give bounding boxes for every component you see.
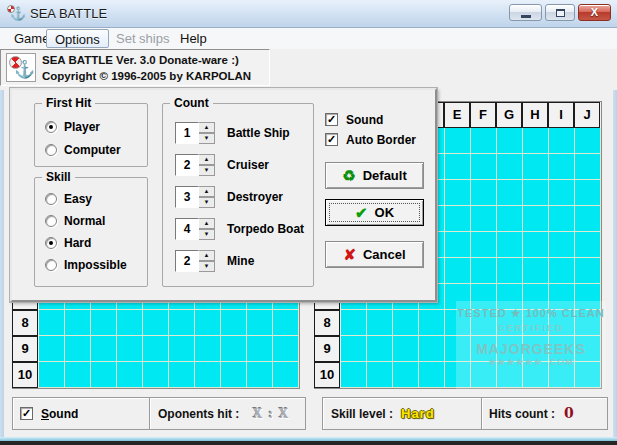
sound-checkbox[interactable]: ✓ Sound [325, 112, 383, 127]
board-cell[interactable] [273, 310, 299, 336]
spin-up-button[interactable]: ▲ [199, 250, 215, 261]
close-button[interactable]: X [578, 4, 611, 21]
board-cell[interactable] [273, 362, 299, 388]
spin-down-button[interactable]: ▼ [199, 261, 215, 272]
board-cell[interactable] [65, 362, 91, 388]
board-cell[interactable] [445, 180, 471, 206]
radio-easy[interactable]: Easy [45, 191, 92, 207]
menu-options[interactable]: Options [46, 29, 109, 48]
board-cell[interactable] [549, 258, 575, 284]
spin-up-button[interactable]: ▲ [199, 122, 215, 133]
board-cell[interactable] [341, 362, 367, 388]
minimize-button[interactable] [509, 4, 542, 21]
board-cell[interactable] [575, 154, 601, 180]
spin-down-button[interactable]: ▼ [199, 133, 215, 144]
board-cell[interactable] [117, 362, 143, 388]
board-cell[interactable] [445, 128, 471, 154]
board-cell[interactable] [169, 362, 195, 388]
board-cell[interactable] [39, 362, 65, 388]
board-cell[interactable] [143, 310, 169, 336]
board-cell[interactable] [523, 154, 549, 180]
board-cell[interactable] [117, 310, 143, 336]
board-cell[interactable] [419, 336, 445, 362]
board-cell[interactable] [575, 128, 601, 154]
default-button[interactable]: ♻ Default [325, 162, 424, 189]
board-cell[interactable] [367, 310, 393, 336]
board-cell[interactable] [471, 180, 497, 206]
board-cell[interactable] [471, 206, 497, 232]
board-cell[interactable] [523, 232, 549, 258]
board-cell[interactable] [419, 310, 445, 336]
radio-player[interactable]: Player [45, 119, 100, 135]
titlebar[interactable]: ⚓ SEA BATTLE X [0, 0, 617, 28]
board-cell[interactable] [445, 206, 471, 232]
restore-button[interactable] [545, 4, 575, 21]
destroyer-count-input[interactable]: 3 [175, 186, 199, 208]
board-cell[interactable] [367, 336, 393, 362]
board-cell[interactable] [195, 310, 221, 336]
spin-up-button[interactable]: ▲ [199, 218, 215, 229]
board-cell[interactable] [143, 362, 169, 388]
radio-normal[interactable]: Normal [45, 213, 105, 229]
board-cell[interactable] [169, 336, 195, 362]
board-cell[interactable] [341, 336, 367, 362]
board-cell[interactable] [445, 232, 471, 258]
board-cell[interactable] [393, 336, 419, 362]
board-cell[interactable] [393, 310, 419, 336]
board-cell[interactable] [117, 336, 143, 362]
board-cell[interactable] [65, 336, 91, 362]
radio-computer[interactable]: Computer [45, 142, 121, 158]
board-cell[interactable] [497, 154, 523, 180]
board-cell[interactable] [523, 206, 549, 232]
board-cell[interactable] [247, 310, 273, 336]
board-cell[interactable] [65, 310, 91, 336]
battleship-count-input[interactable]: 1 [175, 122, 199, 144]
board-cell[interactable] [445, 154, 471, 180]
board-cell[interactable] [523, 128, 549, 154]
board-cell[interactable] [575, 180, 601, 206]
board-cell[interactable] [221, 310, 247, 336]
board-cell[interactable] [549, 154, 575, 180]
board-cell[interactable] [471, 232, 497, 258]
board-cell[interactable] [39, 336, 65, 362]
torpedo-boat-count-input[interactable]: 4 [175, 218, 199, 240]
board-cell[interactable] [273, 336, 299, 362]
board-cell[interactable] [575, 258, 601, 284]
sound-toggle[interactable]: ✓ Sound [20, 406, 78, 421]
spin-down-button[interactable]: ▼ [199, 165, 215, 176]
board-cell[interactable] [247, 362, 273, 388]
board-cell[interactable] [471, 154, 497, 180]
cruiser-count-input[interactable]: 2 [175, 154, 199, 176]
radio-hard[interactable]: Hard [45, 235, 91, 251]
board-cell[interactable] [367, 362, 393, 388]
board-cell[interactable] [91, 310, 117, 336]
board-cell[interactable] [497, 258, 523, 284]
board-cell[interactable] [393, 362, 419, 388]
board-cell[interactable] [497, 128, 523, 154]
board-cell[interactable] [143, 336, 169, 362]
board-cell[interactable] [221, 336, 247, 362]
board-cell[interactable] [549, 232, 575, 258]
board-cell[interactable] [497, 206, 523, 232]
board-cell[interactable] [549, 180, 575, 206]
board-cell[interactable] [549, 128, 575, 154]
auto-border-checkbox[interactable]: ✓ Auto Border [325, 132, 416, 147]
board-cell[interactable] [523, 180, 549, 206]
cancel-button[interactable]: ✘ Cancel [325, 241, 424, 268]
mine-count-input[interactable]: 2 [175, 250, 199, 272]
spin-down-button[interactable]: ▼ [199, 229, 215, 240]
board-cell[interactable] [497, 232, 523, 258]
board-cell[interactable] [195, 336, 221, 362]
board-cell[interactable] [39, 310, 65, 336]
board-cell[interactable] [549, 206, 575, 232]
board-cell[interactable] [575, 206, 601, 232]
spin-up-button[interactable]: ▲ [199, 154, 215, 165]
board-cell[interactable] [221, 362, 247, 388]
menu-set-ships[interactable]: Set ships [108, 29, 177, 48]
spin-up-button[interactable]: ▲ [199, 186, 215, 197]
board-cell[interactable] [471, 258, 497, 284]
board-cell[interactable] [471, 128, 497, 154]
board-cell[interactable] [445, 258, 471, 284]
board-cell[interactable] [523, 258, 549, 284]
board-cell[interactable] [419, 362, 445, 388]
